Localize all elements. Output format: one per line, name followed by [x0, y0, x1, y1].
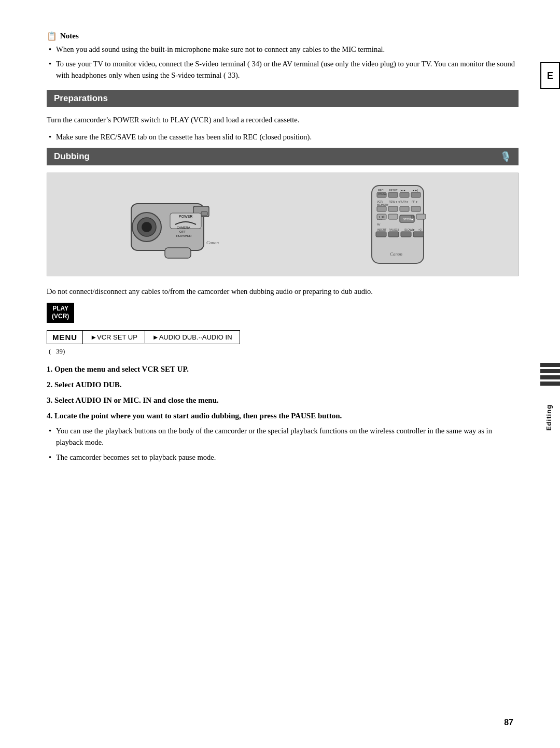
svg-text:REC: REC — [378, 189, 384, 192]
dubbing-header: Dubbing 🎙️ — [47, 148, 519, 165]
svg-rect-28 — [377, 206, 386, 211]
svg-text:OFF: OFF — [179, 230, 186, 233]
side-line-2 — [540, 369, 560, 373]
svg-text:PLAY/VCR: PLAY/VCR — [176, 234, 192, 237]
svg-text:PAUSE||: PAUSE|| — [389, 228, 399, 231]
preparations-body-text: Turn the camcorder’s POWER switch to PLA… — [47, 116, 299, 124]
svg-rect-47 — [388, 232, 399, 237]
dubbing-illustration: POWER CAMERA OFF PLAY/VCR Canon — [47, 173, 519, 276]
svg-text:►►|: ►►| — [412, 189, 418, 192]
step-4-text: Locate the point where you want to start… — [54, 412, 342, 420]
side-tab-e: E — [540, 62, 560, 89]
step-2-text: Select AUDIO DUB. — [54, 380, 122, 389]
svg-rect-16 — [400, 192, 409, 197]
svg-text:CAMERA: CAMERA — [177, 226, 190, 229]
play-vcr-badge: PLAY (VCR) — [47, 303, 74, 323]
step-4-sub-2: The camcorder becomes set to playback pa… — [47, 451, 519, 463]
remote-svg: REC PAUSE RESET |◄◄ ►►| VCR/ MEMORY REW◄… — [346, 183, 450, 266]
dubbing-icon: 🎙️ — [500, 151, 511, 162]
svg-rect-49 — [413, 232, 424, 237]
side-line-4 — [540, 382, 560, 386]
step-2-number: 2. — [47, 380, 52, 389]
step-1-text: Open the menu and select VCR SET UP. — [54, 365, 189, 373]
svg-text:◄◄||: ◄◄|| — [378, 215, 385, 218]
step-3-text: Select AUDIO IN or MIC. IN and close the… — [54, 396, 219, 404]
svg-text:MEMORY: MEMORY — [377, 203, 389, 206]
step-4-sub-1-text: You can use the playback buttons on the … — [56, 427, 492, 446]
svg-rect-5 — [165, 248, 191, 258]
step-3-number: 3. — [47, 396, 52, 404]
menu-ref-text: ( 39) — [49, 347, 65, 355]
svg-text:RESET: RESET — [389, 189, 398, 192]
notes-icon: 📋 — [47, 31, 57, 41]
menu-ref: ( 39) — [47, 347, 519, 356]
svg-rect-12 — [201, 211, 207, 216]
side-lines-decoration — [540, 363, 560, 386]
svg-rect-37 — [388, 214, 398, 219]
side-line-1 — [540, 363, 560, 367]
step-3: 3. Select AUDIO IN or MIC. IN and close … — [47, 394, 519, 406]
step-2: 2. Select AUDIO DUB. — [47, 378, 519, 391]
svg-text:×2: ×2 — [418, 228, 422, 231]
svg-rect-17 — [411, 192, 421, 197]
notes-list: When you add sound using the built-in mi… — [47, 44, 519, 81]
svg-point-3 — [142, 222, 152, 232]
menu-diagram: MENU ►VCR SET UP ►AUDIO DUB.··AUDIO IN — [47, 330, 240, 344]
play-vcr-label: PLAY (VCR) — [52, 305, 69, 320]
page-container: E Editing 📋 Notes When you add sound usi… — [0, 0, 560, 748]
svg-rect-30 — [400, 206, 409, 211]
notes-header: 📋 Notes — [47, 31, 519, 41]
svg-rect-48 — [401, 232, 411, 237]
svg-text:Canon: Canon — [390, 251, 403, 257]
step-4-sub-2-text: The camcorder becomes set to playback pa… — [56, 453, 216, 461]
svg-rect-29 — [388, 206, 398, 211]
preparations-title: Preparations — [54, 93, 108, 104]
step-4-sub-1: You can use the playback buttons on the … — [47, 425, 519, 448]
dubbing-body-text: Do not connect/disconnect any cables to/… — [47, 287, 373, 295]
page-number: 87 — [504, 718, 513, 727]
notes-section: 📋 Notes When you add sound using the bui… — [47, 31, 519, 81]
menu-diagram-container: MENU ►VCR SET UP ►AUDIO DUB.··AUDIO IN — [47, 330, 519, 344]
svg-text:REW◄◄: REW◄◄ — [389, 200, 400, 203]
svg-text:PLAY►: PLAY► — [400, 200, 409, 203]
preparations-header: Preparations — [47, 90, 519, 107]
svg-text:|◄◄: |◄◄ — [400, 189, 405, 192]
side-tab-label: E — [547, 70, 553, 81]
page-number-text: 87 — [504, 718, 513, 727]
illustration-inner: POWER CAMERA OFF PLAY/VCR Canon — [47, 178, 518, 271]
svg-rect-46 — [376, 232, 386, 237]
step-1: 1. Open the menu and select VCR SET UP. — [47, 363, 519, 375]
preparations-body: Turn the camcorder’s POWER switch to PLA… — [47, 114, 519, 125]
side-editing-text: Editing — [545, 404, 553, 431]
svg-text:INSERT: INSERT — [377, 228, 386, 231]
svg-text:FF ►: FF ► — [412, 200, 418, 203]
step-4: 4. Locate the point where you want to st… — [47, 410, 519, 422]
svg-rect-31 — [411, 206, 421, 211]
dubbing-body: Do not connect/disconnect any cables to/… — [47, 286, 519, 297]
menu-step-1-text: ►VCR SET UP — [90, 333, 137, 341]
dubbing-title: Dubbing — [54, 151, 90, 162]
camcorder-svg: POWER CAMERA OFF PLAY/VCR Canon — [116, 183, 250, 266]
note-text-1: When you add sound using the built-in mi… — [56, 45, 385, 53]
menu-step-2-text: ►AUDIO DUB.··AUDIO IN — [152, 333, 232, 341]
notes-title: Notes — [60, 32, 79, 40]
side-line-3 — [540, 375, 560, 379]
svg-text:SLOW|►: SLOW|► — [404, 228, 415, 231]
svg-rect-15 — [388, 192, 398, 197]
preparations-bullet: Make sure the REC/SAVE tab on the casset… — [47, 131, 519, 143]
menu-label: MENU — [47, 331, 83, 344]
step-1-number: 1. — [47, 365, 52, 373]
note-item-2: To use your TV to monitor video, connect… — [47, 59, 519, 81]
menu-step-1: ►VCR SET UP — [83, 331, 145, 343]
svg-text:POWER: POWER — [179, 215, 192, 218]
svg-text:Canon: Canon — [206, 240, 219, 245]
svg-text:AV: AV — [377, 223, 381, 226]
preparations-bullet-text: Make sure the REC/SAVE tab on the casset… — [56, 133, 312, 141]
svg-text:||►: ||► — [411, 215, 415, 218]
step-4-number: 4. — [47, 412, 52, 420]
editing-label: Editing — [545, 404, 553, 431]
svg-rect-38 — [416, 214, 426, 219]
note-item-1: When you add sound using the built-in mi… — [47, 44, 519, 55]
menu-step-2: ►AUDIO DUB.··AUDIO IN — [145, 331, 240, 343]
svg-text:PAUSE: PAUSE — [378, 192, 387, 195]
